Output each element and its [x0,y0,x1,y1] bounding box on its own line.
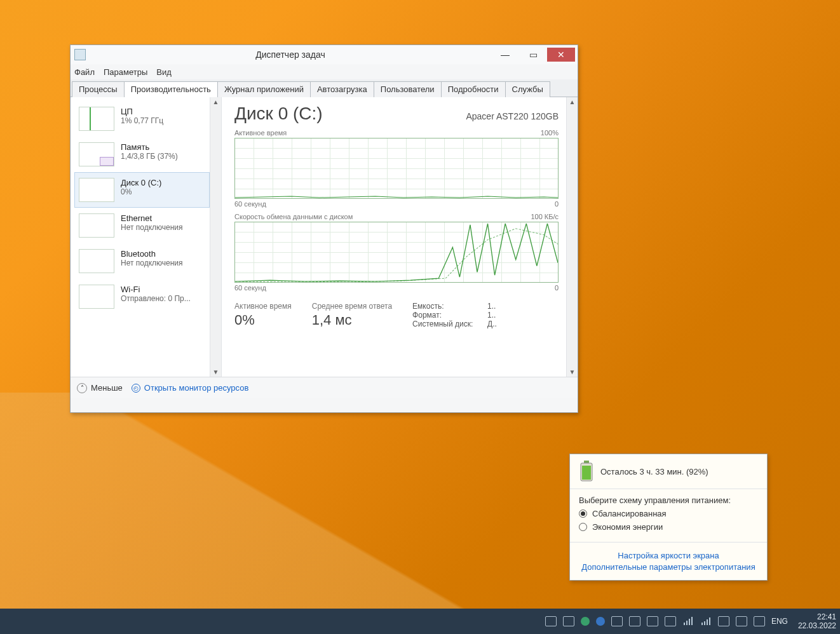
battery-popup: Осталось 3 ч. 33 мин. (92%) Выберите схе… [569,454,768,581]
sidebar-item-cpu[interactable]: ЦП 1% 0,77 ГГц [74,101,210,137]
chart-right: 0 [555,200,559,208]
sidebar-item-label: Wi-Fi [121,285,191,294]
stat-capacity-label: Емкость: [412,302,484,311]
taskbar: ENG 22:41 22.03.2022 [0,609,840,634]
task-manager-window: Диспетчер задач — ▭ ✕ Файл Параметры Вид… [70,44,578,413]
memory-thumb-icon [79,142,114,166]
sidebar-item-memory[interactable]: Память 1,4/3,8 ГБ (37%) [74,137,210,172]
sidebar-item-ethernet[interactable]: Ethernet Нет подключения [74,208,210,243]
sidebar-item-label: Память [121,142,178,152]
tabstrip: Процессы Производительность Журнал прило… [71,79,578,97]
chart-active-time: Активное время 100% 60 секунд 0 [234,129,567,208]
maximize-button[interactable]: ▭ [519,48,547,62]
sidebar-item-sub: Нет подключения [121,259,183,267]
chart-label: Скорость обмена данными с диском [234,213,353,220]
tab-users[interactable]: Пользователи [374,81,442,97]
chart-left: 60 секунд [234,200,266,208]
sidebar-item-label: Bluetooth [121,249,183,259]
sidebar-item-wifi[interactable]: Wi-Fi Отправлено: 0 Пр... [74,279,210,314]
action-center-icon[interactable] [754,616,765,626]
language-indicator[interactable]: ENG [771,617,788,626]
scroll-down-icon[interactable]: ▼ [569,367,576,377]
sidebar-item-sub: 0% [121,187,161,196]
chevron-up-icon: ˄ [77,383,87,393]
open-resource-monitor-link[interactable]: ◴ Открыть монитор ресурсов [132,383,248,393]
chart-left: 60 секунд [234,284,266,292]
sidebar-item-label: Диск 0 (C:) [121,178,161,187]
volume-icon[interactable] [718,616,729,626]
power-plan-balanced[interactable]: Сбалансированная [579,509,758,518]
power-plan-heading: Выберите схему управления питанием: [579,496,758,505]
performance-main: Диск 0 (C:) Apacer AST220 120GB Активное… [222,97,578,377]
main-scrollbar[interactable]: ▲ ▼ [566,97,578,377]
wifi-tray-icon[interactable] [700,616,712,626]
menu-view[interactable]: Вид [156,67,172,77]
tab-details[interactable]: Подробности [441,81,506,97]
sidebar-item-sub: 1% 0,77 ГГц [121,116,163,125]
sidebar-item-sub: Нет подключения [121,223,183,232]
radio-checked-icon [579,509,587,518]
tab-app-history[interactable]: Журнал приложений [217,81,311,97]
eject-icon[interactable] [647,616,658,626]
scroll-up-icon[interactable]: ▲ [213,97,219,107]
check-icon[interactable] [581,617,590,626]
more-power-options-link[interactable]: Дополнительные параметры электропитания [579,562,758,572]
tab-services[interactable]: Службы [505,81,550,97]
disk-thumb-icon [79,178,114,202]
cpu-thumb-icon [79,107,114,131]
bluetooth-thumb-icon [79,249,114,273]
bluetooth-tray-icon[interactable] [629,616,640,626]
menu-file[interactable]: Файл [74,67,95,77]
chart-max: 100% [541,129,559,137]
minimize-button[interactable]: — [491,48,519,62]
taskbar-clock[interactable]: 22:41 22.03.2022 [798,612,836,630]
titlebar[interactable]: Диспетчер задач — ▭ ✕ [71,45,578,64]
chart-max: 100 КБ/с [531,213,559,220]
keyboard-icon[interactable] [545,616,557,626]
active-time-chart [234,138,559,199]
sync-icon[interactable] [596,617,605,626]
chart-label: Активное время [234,129,287,137]
menu-options[interactable]: Параметры [104,67,147,77]
stat-capacity-value: 1.. [487,302,496,311]
app-icon [74,49,86,60]
display-icon[interactable] [611,616,623,626]
tab-processes[interactable]: Процессы [72,81,125,97]
touchpad-icon[interactable] [665,616,676,626]
stat-active-label: Активное время [234,302,292,311]
sidebar-scrollbar[interactable]: ▲ ▼ [210,97,221,377]
stat-format-value: 1.. [487,311,496,320]
power-plan-saver[interactable]: Экономия энергии [579,522,758,532]
window-title: Диспетчер задач [90,50,491,60]
stat-avg-value: 1,4 мс [312,312,392,328]
scroll-down-icon[interactable]: ▼ [213,367,219,377]
sidebar-item-sub: 1,4/3,8 ГБ (37%) [121,152,178,161]
battery-tray-icon[interactable] [736,616,747,626]
stat-avg-label: Среднее время ответа [312,302,392,311]
sidebar-item-bluetooth[interactable]: Bluetooth Нет подключения [74,243,210,279]
chart-right: 0 [555,284,559,292]
disk-model: Apacer AST220 120GB [466,111,559,121]
tab-performance[interactable]: Производительность [124,81,218,97]
sidebar-item-sub: Отправлено: 0 Пр... [121,294,191,303]
scroll-up-icon[interactable]: ▲ [569,97,576,107]
menubar: Файл Параметры Вид [71,64,578,79]
network-icon[interactable] [682,616,694,626]
svg-rect-0 [584,461,589,463]
brightness-link[interactable]: Настройка яркости экрана [579,551,758,560]
performance-sidebar: ЦП 1% 0,77 ГГц Память 1,4/3,8 ГБ (37%) Д… [71,97,222,377]
stat-sysdisk-label: Системный диск: [412,320,484,328]
stat-format-label: Формат: [412,311,484,320]
fewer-details-button[interactable]: ˄ Меньше [77,383,123,393]
security-icon[interactable] [563,616,574,626]
close-button[interactable]: ✕ [547,48,575,62]
resource-monitor-icon: ◴ [132,384,140,393]
battery-icon [579,461,594,482]
sidebar-item-label: ЦП [121,107,163,116]
window-footer: ˄ Меньше ◴ Открыть монитор ресурсов [71,377,578,398]
sidebar-item-disk0[interactable]: Диск 0 (C:) 0% [74,172,210,208]
tab-startup[interactable]: Автозагрузка [310,81,374,97]
transfer-rate-chart [234,222,559,283]
svg-rect-2 [582,466,591,480]
sidebar-item-label: Ethernet [121,213,183,223]
